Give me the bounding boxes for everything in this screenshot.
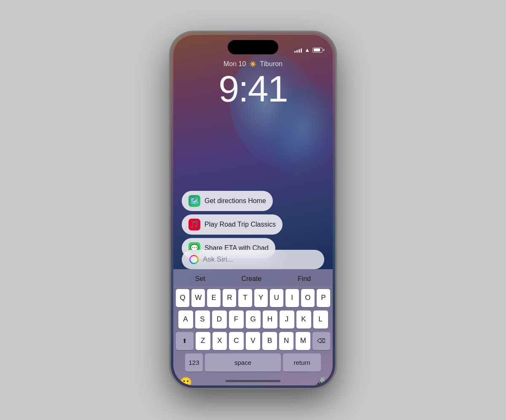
key-a[interactable]: A — [178, 310, 193, 329]
key-z[interactable]: Z — [196, 332, 210, 350]
key-m[interactable]: M — [296, 332, 310, 350]
space-key[interactable]: space — [205, 353, 281, 372]
key-f[interactable]: F — [229, 310, 244, 329]
microphone-key[interactable]: 🎤 — [314, 377, 326, 385]
suggestion-find[interactable]: Find — [293, 273, 316, 284]
wifi-icon: ▲ — [304, 47, 310, 53]
keyboard: Set Create Find Q W E R T Y U I O P — [173, 269, 333, 385]
siri-input-field[interactable]: Ask Siri... — [182, 250, 324, 269]
siri-placeholder: Ask Siri... — [203, 255, 233, 264]
suggestion-music[interactable]: 🎵 Play Road Trip Classics — [182, 214, 283, 235]
phone-screen: 9:41 ▲ Mon 10 ☀️ Tiburon 9:41 — [173, 35, 333, 385]
key-i[interactable]: I — [285, 289, 299, 307]
suggestion-music-label: Play Road Trip Classics — [205, 221, 276, 228]
suggestion-set[interactable]: Set — [190, 273, 210, 284]
key-l[interactable]: L — [313, 310, 328, 329]
sun-icon: ☀️ — [249, 61, 256, 67]
key-d[interactable]: D — [212, 310, 227, 329]
signal-strength-icon — [294, 48, 302, 53]
keyboard-suggestions-bar: Set Create Find — [175, 273, 331, 287]
lock-date: Mon 10 ☀️ Tiburon — [173, 60, 333, 68]
emoji-key[interactable]: 🙂 — [180, 377, 192, 385]
key-h[interactable]: H — [263, 310, 277, 329]
lock-time: 9:41 — [173, 70, 333, 107]
dynamic-island — [228, 40, 278, 54]
key-s[interactable]: S — [195, 310, 210, 329]
return-key[interactable]: return — [283, 353, 321, 372]
key-w[interactable]: W — [191, 289, 205, 307]
key-p[interactable]: P — [317, 289, 330, 307]
delete-key[interactable]: ⌫ — [312, 332, 330, 350]
num-key[interactable]: 123 — [185, 353, 203, 372]
key-j[interactable]: J — [280, 310, 294, 329]
key-r[interactable]: R — [223, 289, 236, 307]
key-v[interactable]: V — [246, 332, 261, 350]
key-b[interactable]: B — [262, 332, 277, 350]
music-icon: 🎵 — [188, 219, 200, 230]
keyboard-row-2: A S D F G H J K L — [176, 310, 330, 329]
keyboard-row-4: 123 space return — [176, 353, 330, 372]
suggestion-directions-label: Get directions Home — [205, 197, 266, 205]
key-q[interactable]: Q — [176, 289, 189, 307]
keyboard-row-1: Q W E R T Y U I O P — [176, 289, 330, 307]
siri-suggestions: 🗺️ Get directions Home 🎵 Play Road Trip … — [182, 191, 324, 258]
keyboard-rows: Q W E R T Y U I O P A S D F G — [175, 287, 331, 372]
phone-frame: 9:41 ▲ Mon 10 ☀️ Tiburon 9:41 — [171, 32, 335, 388]
key-n[interactable]: N — [279, 332, 294, 350]
key-e[interactable]: E — [207, 289, 221, 307]
status-icons: ▲ — [294, 47, 324, 53]
key-c[interactable]: C — [229, 332, 244, 350]
key-y[interactable]: Y — [254, 289, 268, 307]
suggestion-create[interactable]: Create — [236, 273, 266, 284]
battery-icon — [312, 48, 324, 53]
siri-input-area[interactable]: Ask Siri... — [182, 250, 324, 269]
suggestion-directions[interactable]: 🗺️ Get directions Home — [182, 191, 273, 211]
key-t[interactable]: T — [238, 289, 252, 307]
maps-icon: 🗺️ — [188, 195, 200, 207]
lock-screen-content: Mon 10 ☀️ Tiburon 9:41 — [173, 60, 333, 107]
home-indicator — [226, 380, 280, 382]
shift-key[interactable]: ⬆ — [176, 332, 194, 350]
key-g[interactable]: G — [246, 310, 261, 329]
key-o[interactable]: O — [301, 289, 315, 307]
key-k[interactable]: K — [296, 310, 311, 329]
siri-spinner-icon — [189, 255, 199, 264]
keyboard-row-3: ⬆ Z X C V B N M ⌫ — [176, 332, 330, 350]
key-u[interactable]: U — [270, 289, 283, 307]
key-x[interactable]: X — [213, 332, 227, 350]
